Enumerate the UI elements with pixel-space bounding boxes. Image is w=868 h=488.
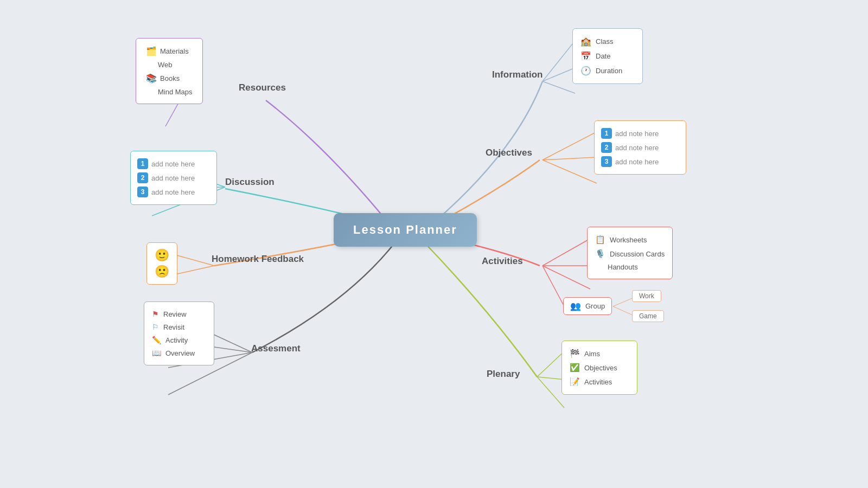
- svg-line-15: [542, 266, 590, 289]
- objectives-label: Objectives: [486, 147, 532, 158]
- svg-line-12: [542, 160, 597, 183]
- assesment-review: ⚑ Review: [152, 307, 206, 320]
- happy-emoji: 🙂: [155, 247, 169, 264]
- information-box: 🏫 Class 📅 Date 🕐 Duration: [572, 28, 643, 84]
- objectives-note-1[interactable]: 1 add note here: [601, 126, 679, 140]
- activities-worksheets: 📋 Worksheets: [595, 233, 665, 247]
- assesment-label: Assesment: [251, 343, 301, 354]
- sad-emoji: 🙁: [155, 264, 169, 280]
- plenary-activities: 📝 Activities: [570, 375, 629, 389]
- objectives-box: 1 add note here 2 add note here 3 add no…: [594, 120, 686, 175]
- svg-line-16: [542, 266, 564, 306]
- svg-line-21: [537, 377, 564, 408]
- activities-handouts: Handouts: [595, 261, 665, 273]
- discussion-label: Discussion: [225, 177, 275, 188]
- plenary-box: 🏁 Aims ✅ Objectives 📝 Activities: [561, 341, 637, 395]
- homework-label: Homework Feedback: [212, 254, 304, 265]
- svg-line-10: [542, 132, 597, 160]
- resources-box: 🗂️ Materials Web 📚 Books Mind Maps: [136, 38, 203, 104]
- svg-line-7: [542, 41, 575, 81]
- activities-discussion-cards: 🎙️ Discussion Cards: [595, 247, 665, 261]
- resources-books: 📚 Books: [146, 71, 193, 86]
- discussion-box: 1 add note here 2 add note here 3 add no…: [130, 151, 217, 205]
- svg-line-19: [537, 351, 564, 377]
- objectives-note-3[interactable]: 3 add note here: [601, 155, 679, 169]
- center-node: Lesson Planner: [334, 213, 477, 247]
- resources-web: Web: [146, 59, 193, 71]
- resources-label: Resources: [239, 82, 286, 93]
- svg-line-17: [613, 297, 635, 306]
- svg-line-9: [542, 81, 575, 93]
- group-work: Work: [632, 290, 661, 302]
- svg-line-13: [542, 239, 590, 266]
- assesment-revisit: ⚐ Revisit: [152, 320, 206, 333]
- assesment-activity: ✏️ Activity: [152, 333, 206, 346]
- info-class: 🏫 Class: [580, 34, 635, 49]
- activities-label: Activities: [482, 256, 523, 267]
- discussion-note-1[interactable]: 1 add note here: [137, 157, 210, 171]
- svg-line-18: [613, 306, 635, 316]
- information-label: Information: [492, 69, 543, 80]
- info-date: 📅 Date: [580, 49, 635, 63]
- group-game: Game: [632, 310, 664, 322]
- group-node: 👥 Group: [563, 297, 612, 315]
- discussion-note-2[interactable]: 2 add note here: [137, 171, 210, 185]
- activities-box: 📋 Worksheets 🎙️ Discussion Cards Handout…: [587, 227, 673, 279]
- info-duration: 🕐 Duration: [580, 63, 635, 78]
- assesment-box: ⚑ Review ⚐ Revisit ✏️ Activity 📖 Overvie…: [144, 301, 214, 365]
- discussion-note-3[interactable]: 3 add note here: [137, 185, 210, 199]
- objectives-note-2[interactable]: 2 add note here: [601, 140, 679, 155]
- plenary-objectives: ✅ Objectives: [570, 361, 629, 375]
- resources-mindmaps: Mind Maps: [146, 86, 193, 98]
- assesment-overview: 📖 Overview: [152, 346, 206, 359]
- svg-line-8: [542, 68, 575, 81]
- resources-materials: 🗂️ Materials: [146, 44, 193, 59]
- svg-line-11: [542, 157, 597, 160]
- plenary-aims: 🏁 Aims: [570, 346, 629, 361]
- plenary-label: Plenary: [487, 369, 520, 380]
- svg-line-20: [537, 377, 564, 380]
- homework-box: 🙂 🙁: [146, 242, 177, 285]
